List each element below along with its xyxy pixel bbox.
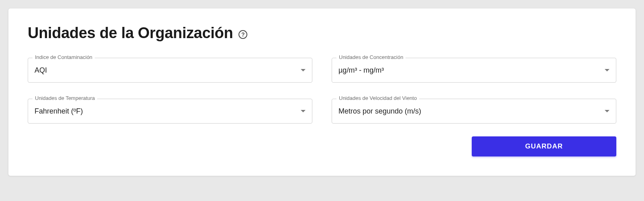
save-button[interactable]: GUARDAR	[472, 136, 616, 156]
pollution-index-value: AQI	[35, 66, 47, 75]
temperature-label: Unidades de Temperatura	[33, 95, 97, 101]
pollution-index-field: Indice de Contaminación AQI	[28, 58, 312, 83]
pollution-index-label: Indice de Contaminación	[33, 54, 95, 60]
concentration-value: µg/m³ - mg/m³	[338, 66, 384, 75]
card-header: Unidades de la Organización ?	[28, 24, 616, 42]
concentration-label: Unidades de Concentración	[336, 54, 406, 60]
settings-card: Unidades de la Organización ? Indice de …	[8, 8, 636, 176]
wind-speed-value: Metros por segundo (m/s)	[338, 107, 421, 116]
chevron-down-icon	[605, 69, 609, 71]
temperature-select[interactable]: Fahrenheit (ºF)	[28, 99, 312, 124]
concentration-select[interactable]: µg/m³ - mg/m³	[332, 58, 616, 83]
temperature-value: Fahrenheit (ºF)	[35, 107, 83, 116]
chevron-down-icon	[605, 110, 609, 112]
pollution-index-select[interactable]: AQI	[28, 58, 312, 83]
concentration-field: Unidades de Concentración µg/m³ - mg/m³	[332, 58, 616, 83]
wind-speed-select[interactable]: Metros por segundo (m/s)	[332, 99, 616, 124]
help-icon[interactable]: ?	[238, 30, 247, 39]
fields-grid: Indice de Contaminación AQI Unidades de …	[28, 58, 616, 124]
temperature-field: Unidades de Temperatura Fahrenheit (ºF)	[28, 99, 312, 124]
wind-speed-label: Unidades de Velocidad del Viento	[336, 95, 419, 101]
chevron-down-icon	[301, 69, 306, 71]
wind-speed-field: Unidades de Velocidad del Viento Metros …	[332, 99, 616, 124]
actions-row: GUARDAR	[28, 136, 616, 156]
chevron-down-icon	[301, 110, 306, 112]
page-title: Unidades de la Organización	[28, 24, 233, 42]
